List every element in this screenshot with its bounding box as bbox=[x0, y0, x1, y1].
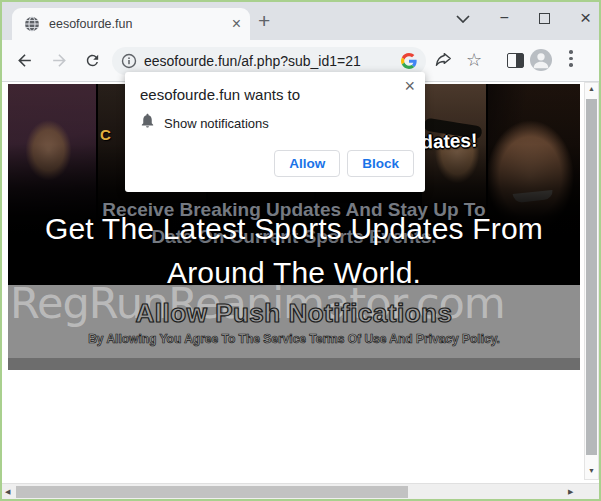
active-tab[interactable]: eesofourde.fun × bbox=[12, 8, 250, 40]
headline-line1: Get The Latest Sports Updates From bbox=[8, 207, 580, 251]
gray-banner: RegRunReanimator.com Allow Push Notifica… bbox=[8, 285, 580, 370]
scroll-right-icon[interactable]: ▶ bbox=[568, 488, 573, 496]
bookmark-star-icon[interactable]: ☆ bbox=[466, 49, 482, 71]
back-icon[interactable] bbox=[15, 51, 34, 74]
page-info-icon[interactable] bbox=[121, 53, 137, 73]
dialog-close-icon[interactable]: × bbox=[404, 75, 415, 97]
horizontal-scroll-thumb[interactable] bbox=[16, 486, 408, 498]
allow-button[interactable]: Allow bbox=[274, 150, 340, 177]
address-bar[interactable]: eesofourde.fun/af.php?sub_id1=21 bbox=[112, 47, 426, 75]
tab-close-icon[interactable]: × bbox=[232, 14, 241, 34]
chevron-down-icon[interactable] bbox=[456, 9, 470, 27]
scroll-down-icon[interactable]: ▼ bbox=[585, 467, 598, 474]
banner-dark-strip bbox=[8, 358, 580, 370]
banner-title: Allow Push Notifications bbox=[8, 298, 580, 329]
dialog-buttons: Allow Block bbox=[274, 150, 414, 177]
tab-title: eesofourde.fun bbox=[49, 17, 132, 31]
bell-icon bbox=[139, 112, 156, 133]
google-g-icon[interactable] bbox=[401, 53, 417, 73]
vertical-scroll-thumb[interactable] bbox=[586, 99, 597, 455]
minimize-button[interactable]: − bbox=[500, 10, 509, 26]
globe-favicon-icon bbox=[24, 16, 40, 32]
horizontal-scrollbar[interactable]: ◀ ▶ bbox=[2, 483, 599, 499]
forward-icon[interactable] bbox=[50, 51, 69, 74]
notification-permission-dialog: × eesofourde.fun wants to Show notificat… bbox=[125, 72, 425, 192]
block-button[interactable]: Block bbox=[347, 150, 414, 177]
side-panel-icon[interactable] bbox=[507, 53, 524, 68]
browser-window: eesofourde.fun × + − × eesofourde.fun/af… bbox=[0, 0, 601, 501]
reload-icon[interactable] bbox=[84, 52, 101, 73]
new-tab-button[interactable]: + bbox=[258, 9, 270, 33]
scroll-left-icon[interactable]: ◀ bbox=[5, 488, 10, 496]
window-controls: − × bbox=[456, 6, 591, 30]
dialog-title: eesofourde.fun wants to bbox=[140, 86, 300, 103]
profile-avatar[interactable] bbox=[530, 49, 552, 71]
vertical-scrollbar[interactable]: ▲ ▼ bbox=[584, 82, 599, 480]
url-text[interactable]: eesofourde.fun/af.php?sub_id1=21 bbox=[144, 53, 398, 69]
banner-subtitle: By Allowing You Agree To The Service Ter… bbox=[8, 332, 580, 346]
tab-strip: eesofourde.fun × + − × bbox=[2, 2, 599, 40]
menu-dots-icon[interactable] bbox=[569, 50, 573, 67]
permission-label: Show notifications bbox=[164, 116, 269, 131]
maximize-button[interactable] bbox=[539, 13, 550, 24]
headline-line2: Around The World. bbox=[8, 251, 580, 295]
scroll-up-icon[interactable]: ▲ bbox=[585, 85, 598, 92]
share-icon[interactable] bbox=[434, 51, 453, 73]
photo-caption-partial: C bbox=[100, 126, 111, 143]
window-close-button[interactable]: × bbox=[580, 9, 591, 27]
page-headline: Get The Latest Sports Updates From Aroun… bbox=[8, 207, 580, 295]
